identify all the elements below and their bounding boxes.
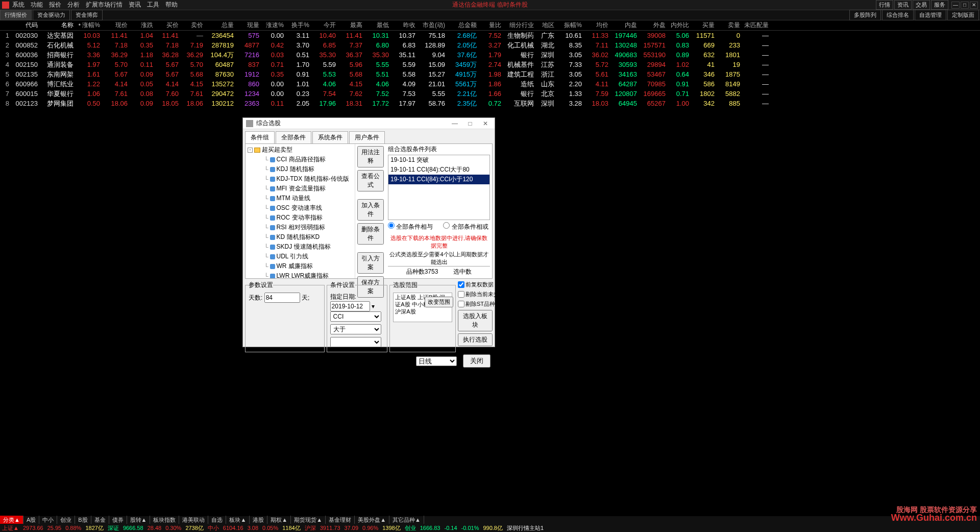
- date-input[interactable]: [330, 301, 370, 311]
- th-vr[interactable]: 量比: [480, 21, 504, 30]
- bot-tab[interactable]: 板块▲: [226, 516, 250, 524]
- bot-tab[interactable]: 中小: [39, 516, 57, 524]
- dtab-1[interactable]: 全部条件: [276, 131, 311, 143]
- menu-system[interactable]: 系统: [12, 1, 24, 9]
- subtab-quote[interactable]: 行情报价: [0, 10, 32, 20]
- menu-quote[interactable]: 报价: [49, 1, 61, 9]
- th-turn[interactable]: 换手%: [287, 21, 312, 30]
- table-row[interactable]: 8002123梦网集团0.5018.060.0918.0518.06130212…: [0, 99, 980, 108]
- mid-btn-2[interactable]: 加入条件: [357, 199, 384, 221]
- menu-func[interactable]: 功能: [31, 1, 43, 9]
- th-price[interactable]: 现价: [103, 21, 131, 30]
- bot-tab[interactable]: 港股: [250, 516, 267, 524]
- bot-tab[interactable]: 基金: [91, 516, 109, 524]
- dialog-max-icon[interactable]: □: [464, 119, 476, 128]
- bot-tab[interactable]: B股: [75, 516, 91, 524]
- dtab-0[interactable]: 条件组: [245, 131, 275, 143]
- th-diff[interactable]: 涨跌: [131, 21, 156, 30]
- th-out[interactable]: 外盘: [640, 21, 669, 30]
- th-svol[interactable]: 卖量: [718, 21, 743, 30]
- tree-item[interactable]: └LWR LWR威廉指标: [247, 271, 354, 278]
- mid-btn-0[interactable]: 用法注释: [357, 146, 384, 167]
- th-amp[interactable]: 振幅%: [557, 21, 585, 30]
- dialog-close-icon[interactable]: ✕: [479, 119, 492, 128]
- th-reg[interactable]: 地区: [537, 21, 557, 30]
- table-row[interactable]: 3600036招商银行3.3636.291.1836.2836.29104.4万…: [0, 50, 980, 60]
- th-chg[interactable]: • 涨幅%: [77, 21, 103, 30]
- th-ask[interactable]: 卖价: [182, 21, 206, 30]
- radio-or[interactable]: 全部条件相或: [443, 222, 488, 231]
- bot-tab[interactable]: 创业: [57, 516, 75, 524]
- rsub-4[interactable]: 定制版面: [947, 10, 979, 20]
- menu-news[interactable]: 资讯: [129, 1, 141, 9]
- cond-item[interactable]: 19-10-11 CCI(84):CCI大于80: [388, 165, 489, 175]
- tree-item[interactable]: └UDL 引力线: [247, 252, 354, 261]
- th-io[interactable]: 内外比: [669, 21, 692, 30]
- bot-tab[interactable]: 期货现货▲: [291, 516, 326, 524]
- th-amt[interactable]: 总金额: [448, 21, 480, 30]
- th-open[interactable]: 今开: [312, 21, 339, 30]
- subtab-fund1[interactable]: 资金驱动力: [33, 10, 70, 20]
- mid-btn-1[interactable]: 查看公式: [357, 170, 384, 191]
- th-spd[interactable]: 涨速%: [262, 21, 287, 30]
- tree-root[interactable]: -超买超卖型: [247, 145, 354, 155]
- table-row[interactable]: 4002150通润装备1.975.700.115.675.70604878370…: [0, 60, 980, 69]
- table-row[interactable]: 2000852石化机械5.127.180.357.187.19287819487…: [0, 40, 980, 50]
- menu-extmkt[interactable]: 扩展市场行情: [86, 1, 122, 9]
- dialog-min-icon[interactable]: —: [449, 119, 461, 128]
- th-high[interactable]: 最高: [339, 21, 365, 30]
- days-input[interactable]: [264, 293, 300, 303]
- radio-and[interactable]: 全部条件相与: [388, 222, 433, 231]
- th-in[interactable]: 内盘: [611, 21, 640, 30]
- close-button[interactable]: 关闭: [463, 354, 491, 368]
- menu-help[interactable]: 帮助: [165, 1, 178, 9]
- tree-item[interactable]: └OSC 变动速率线: [247, 203, 354, 213]
- bot-tab[interactable]: 期权▲: [267, 516, 291, 524]
- th-pe[interactable]: 市盈(动): [419, 21, 448, 30]
- menu-tools[interactable]: 工具: [147, 1, 159, 9]
- indicator-select[interactable]: CCI: [330, 311, 381, 322]
- win-max-icon[interactable]: □: [961, 2, 969, 9]
- dtab-3[interactable]: 用户条件: [349, 131, 385, 143]
- rsub-2[interactable]: 综合排名: [882, 10, 914, 20]
- th-name[interactable]: 名称: [41, 21, 77, 30]
- bot-tab[interactable]: 基金理财: [326, 516, 355, 524]
- bot-tab[interactable]: 自选: [208, 516, 226, 524]
- tree-item[interactable]: └WR 威廉指标: [247, 261, 354, 271]
- th-bvol[interactable]: 买量: [692, 21, 718, 30]
- subtab-fund2[interactable]: 资金博弈: [71, 10, 103, 20]
- mid-btn-4[interactable]: 引入方案: [357, 252, 384, 274]
- tree-item[interactable]: └MFI 资金流量指标: [247, 184, 354, 194]
- th-low[interactable]: 最低: [365, 21, 392, 30]
- dtab-2[interactable]: 系统条件: [312, 131, 348, 143]
- tree-item[interactable]: └SKDJ 慢速随机指标: [247, 242, 354, 252]
- th-prev[interactable]: 昨收: [392, 21, 419, 30]
- th-code[interactable]: 代码: [12, 21, 41, 30]
- rbtn-news[interactable]: 资讯: [894, 0, 912, 10]
- table-row[interactable]: 7600015华夏银行1.067.610.087.607.61290472123…: [0, 89, 980, 99]
- bot-tab[interactable]: 其它品种▲: [389, 516, 424, 524]
- table-row[interactable]: 1002030达安基因10.0311.411.0411.41—236454575…: [0, 31, 980, 40]
- bot-tab[interactable]: 港美联动: [179, 516, 208, 524]
- rbtn-quote[interactable]: 行情: [876, 0, 893, 10]
- cond-item[interactable]: 19-10-11 突破: [388, 155, 489, 165]
- rbtn-service[interactable]: 服务: [931, 0, 948, 10]
- rsub-1[interactable]: 多股阵列: [849, 10, 881, 20]
- bot-tab[interactable]: 美股外盘▲: [355, 516, 389, 524]
- win-min-icon[interactable]: —: [951, 2, 960, 9]
- th-avg[interactable]: 均价: [585, 21, 611, 30]
- cond-item-selected[interactable]: 19-10-11 CCI(84):CCI小于120: [388, 175, 489, 184]
- th-cur[interactable]: 现量: [237, 21, 262, 30]
- select-to-block-button[interactable]: 选股入板块: [458, 310, 493, 331]
- rsub-3[interactable]: 自选管理: [915, 10, 946, 20]
- value-select[interactable]: [330, 337, 381, 347]
- tree-item[interactable]: └KD 随机指标KD: [247, 232, 354, 242]
- chk-exclude-st[interactable]: 剔除ST品种: [458, 300, 493, 308]
- table-row[interactable]: 6600966博汇纸业1.224.140.054.144.15135272860…: [0, 79, 980, 89]
- th-ind[interactable]: 细分行业: [504, 21, 537, 30]
- th-bid[interactable]: 买价: [156, 21, 182, 30]
- bot-tab[interactable]: 分类▲: [0, 516, 23, 524]
- execute-select-button[interactable]: 执行选股: [458, 333, 493, 346]
- tree-item[interactable]: └CCI 商品路径指标: [247, 155, 354, 164]
- tree-item[interactable]: └KDJ-TDX 随机指标-传统版: [247, 174, 354, 184]
